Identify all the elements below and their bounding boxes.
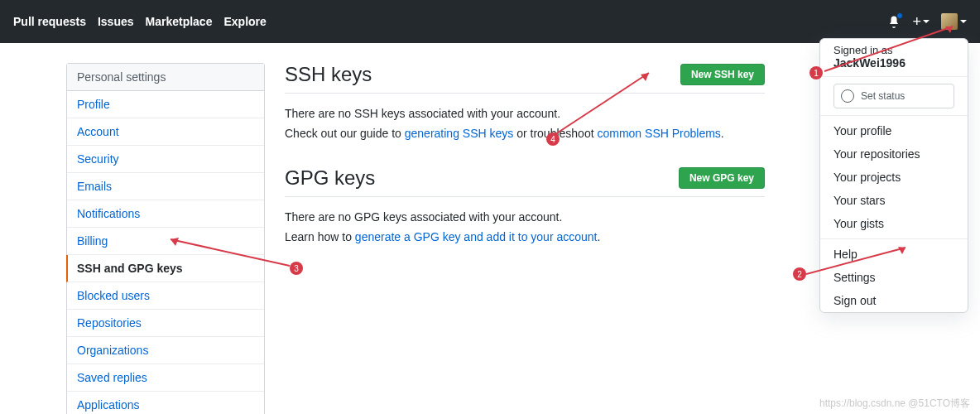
section-header: SSH keys New SSH key: [285, 63, 765, 94]
chevron-down-icon: [960, 20, 967, 23]
menu-help[interactable]: Help: [820, 243, 968, 266]
signed-in-label: Signed in as: [833, 44, 954, 56]
sidebar-group: Personal settings Profile Account Securi…: [66, 63, 265, 414]
nav-marketplace[interactable]: Marketplace: [146, 15, 213, 28]
annotation-badge-3: 3: [290, 262, 303, 275]
username: JackWei1996: [833, 56, 954, 70]
gpg-empty-text: There are no GPG keys associated with yo…: [285, 210, 765, 224]
chevron-down-icon: [923, 20, 930, 23]
sidebar-item-account[interactable]: Account: [67, 118, 264, 146]
content: SSH keys New SSH key There are no SSH ke…: [285, 63, 765, 414]
menu-your-profile[interactable]: Your profile: [820, 119, 968, 142]
sidebar-item-blocked-users[interactable]: Blocked users: [67, 282, 264, 310]
ssh-keys-title: SSH keys: [285, 63, 680, 86]
menu-your-repositories[interactable]: Your repositories: [820, 142, 968, 166]
sidebar-item-notifications[interactable]: Notifications: [67, 200, 264, 228]
gpg-keys-title: GPG keys: [285, 166, 679, 190]
sidebar-item-repositories[interactable]: Repositories: [67, 310, 264, 337]
header-right: +: [887, 13, 967, 31]
avatar: [941, 13, 958, 30]
sidebar-heading: Personal settings: [67, 64, 264, 91]
nav-issues[interactable]: Issues: [98, 15, 134, 28]
annotation-badge-1: 1: [809, 66, 823, 79]
generating-ssh-keys-link[interactable]: generating SSH keys: [405, 127, 514, 140]
user-menu-toggle[interactable]: [941, 13, 967, 30]
divider: [820, 238, 968, 239]
sidebar-item-billing[interactable]: Billing: [67, 228, 264, 255]
sidebar-item-emails[interactable]: Emails: [67, 173, 264, 200]
nav-pull-requests[interactable]: Pull requests: [13, 15, 86, 28]
sidebar-item-profile[interactable]: Profile: [67, 91, 264, 118]
set-status-label: Set status: [861, 90, 905, 102]
annotation-badge-4: 4: [546, 132, 560, 146]
menu-sign-out[interactable]: Sign out: [820, 289, 968, 312]
notifications-icon[interactable]: [887, 15, 901, 28]
new-gpg-key-button[interactable]: New GPG key: [679, 167, 765, 189]
user-dropdown: Signed in as JackWei1996 Set status Your…: [819, 38, 968, 313]
generate-gpg-key-link[interactable]: generate a GPG key and add it to your ac…: [355, 230, 598, 243]
create-new-dropdown[interactable]: +: [912, 13, 930, 31]
header-nav: Pull requests Issues Marketplace Explore: [13, 15, 267, 28]
sidebar-item-ssh-gpg-keys[interactable]: SSH and GPG keys: [66, 255, 264, 282]
nav-explore[interactable]: Explore: [223, 15, 266, 28]
smiley-icon: [841, 89, 854, 103]
dropdown-signed-in: Signed in as JackWei1996: [820, 39, 968, 77]
annotation-badge-2: 2: [793, 267, 806, 281]
gpg-keys-section: GPG keys New GPG key There are no GPG ke…: [285, 166, 765, 243]
gpg-learn-text: Learn how to generate a GPG key and add …: [285, 230, 765, 243]
set-status-button[interactable]: Set status: [833, 84, 954, 108]
sidebar-item-saved-replies[interactable]: Saved replies: [67, 364, 264, 392]
sidebar-item-organizations[interactable]: Organizations: [67, 337, 264, 364]
menu-your-gists[interactable]: Your gists: [820, 212, 968, 235]
settings-sidebar: Personal settings Profile Account Securi…: [66, 63, 265, 414]
ssh-empty-text: There are no SSH keys associated with yo…: [285, 107, 765, 120]
sidebar-item-security[interactable]: Security: [67, 146, 264, 173]
common-ssh-problems-link[interactable]: common SSH Problems: [597, 127, 720, 140]
menu-your-projects[interactable]: Your projects: [820, 166, 968, 189]
ssh-guide-text: Check out our guide to generating SSH ke…: [285, 127, 765, 140]
menu-settings[interactable]: Settings: [820, 266, 968, 289]
section-header: GPG keys New GPG key: [285, 166, 765, 197]
ssh-keys-section: SSH keys New SSH key There are no SSH ke…: [285, 63, 765, 140]
menu-your-stars[interactable]: Your stars: [820, 189, 968, 212]
top-header: Pull requests Issues Marketplace Explore…: [0, 0, 980, 43]
watermark: https://blog.csdn.ne @51CTO博客: [819, 397, 970, 411]
notification-dot: [896, 12, 903, 19]
new-ssh-key-button[interactable]: New SSH key: [680, 64, 765, 85]
sidebar-item-applications[interactable]: Applications: [67, 392, 264, 414]
divider: [820, 115, 968, 116]
